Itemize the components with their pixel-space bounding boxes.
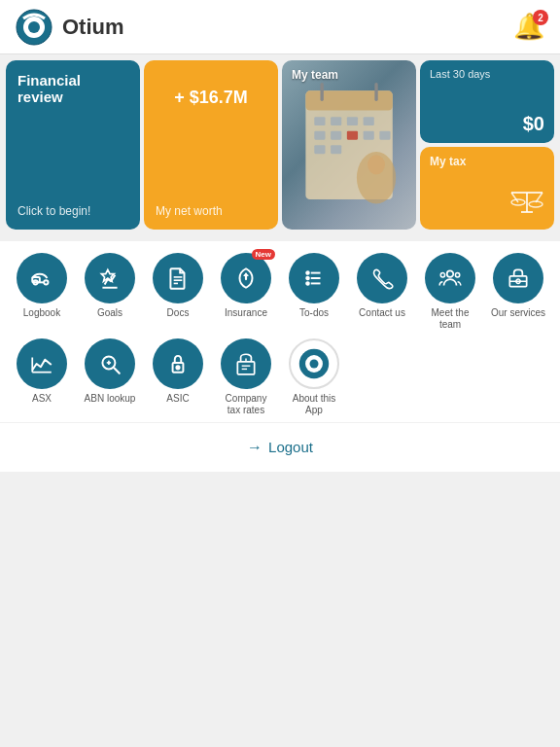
svg-rect-15 xyxy=(379,130,390,139)
logbook-icon-circle xyxy=(17,253,67,303)
asx-item[interactable]: ASX xyxy=(8,338,76,416)
svg-rect-4 xyxy=(305,90,392,110)
header-left: Otium xyxy=(16,9,124,46)
svg-point-41 xyxy=(440,272,444,276)
svg-point-37 xyxy=(306,271,309,274)
new-badge: New xyxy=(252,249,275,260)
goals-label: Goals xyxy=(97,307,122,319)
financial-review-subtitle: Click to begin! xyxy=(18,204,128,218)
svg-point-53 xyxy=(176,366,179,369)
svg-rect-16 xyxy=(314,145,325,154)
svg-rect-17 xyxy=(331,145,341,154)
app-title: Otium xyxy=(62,15,124,40)
svg-point-40 xyxy=(447,270,454,277)
cards-section: Financial review Click to begin! + $16.7… xyxy=(0,54,560,235)
abn-icon-circle xyxy=(85,338,135,389)
svg-point-2 xyxy=(28,21,40,33)
tax-scales-icon xyxy=(430,189,544,222)
logout-section: → Logout xyxy=(0,423,560,472)
svg-point-38 xyxy=(306,277,309,280)
net-worth-label: My net worth xyxy=(156,204,266,218)
asx-label: ASX xyxy=(32,393,52,405)
last-30-days-label: Last 30 days xyxy=(430,68,544,80)
company-tax-label: Company tax rates xyxy=(218,393,274,416)
abn-label: ABN lookup xyxy=(85,393,136,405)
insurance-icon-circle: New xyxy=(221,253,271,303)
todos-icon-circle xyxy=(289,253,339,303)
net-worth-amount: + $16.7M xyxy=(156,88,266,108)
team-label: My team xyxy=(292,68,338,82)
logbook-item[interactable]: Logbook xyxy=(8,253,76,331)
logout-label: Logout xyxy=(268,439,313,455)
svg-rect-11 xyxy=(314,130,325,139)
todos-label: To-dos xyxy=(299,307,329,319)
contact-label: Contact us xyxy=(359,307,405,319)
svg-rect-7 xyxy=(314,117,325,125)
logout-icon: → xyxy=(247,439,262,456)
financial-review-card[interactable]: Financial review Click to begin! xyxy=(6,60,140,230)
net-worth-card[interactable]: + $16.7M My net worth xyxy=(144,60,278,230)
todos-item[interactable]: To-dos xyxy=(280,253,348,331)
insurance-item[interactable]: New Insurance xyxy=(212,253,280,331)
insurance-label: Insurance xyxy=(225,307,267,319)
asic-icon-circle xyxy=(153,338,203,389)
svg-point-60 xyxy=(310,359,319,368)
contact-item[interactable]: Contact us xyxy=(348,253,416,331)
meet-team-label: Meet the team xyxy=(422,307,478,331)
docs-icon-circle xyxy=(153,253,203,303)
svg-point-29 xyxy=(44,280,48,284)
abn-item[interactable]: ABN lookup xyxy=(76,338,144,416)
otium-logo xyxy=(16,9,52,46)
contact-icon-circle xyxy=(357,253,407,303)
my-tax-label: My tax xyxy=(430,155,544,168)
about-app-label: About this App xyxy=(286,393,342,416)
team-image xyxy=(282,60,416,230)
docs-item[interactable]: Docs xyxy=(144,253,212,331)
svg-rect-8 xyxy=(331,117,341,125)
asic-item[interactable]: ASIC xyxy=(144,338,212,416)
services-item[interactable]: Our services xyxy=(484,253,552,331)
meet-team-icon-circle xyxy=(425,253,475,303)
icons-grid: Logbook Goals Docs New Insurance xyxy=(8,253,552,416)
logout-button[interactable]: → Logout xyxy=(247,439,313,456)
svg-rect-14 xyxy=(364,130,374,139)
docs-label: Docs xyxy=(167,307,190,319)
notification-badge: 2 xyxy=(533,10,548,25)
svg-rect-12 xyxy=(331,130,341,139)
asic-label: ASIC xyxy=(166,393,189,405)
svg-rect-10 xyxy=(364,117,374,125)
goals-item[interactable]: Goals xyxy=(76,253,144,331)
goals-icon-circle xyxy=(85,253,135,303)
svg-rect-9 xyxy=(347,117,358,125)
services-icon-circle xyxy=(493,253,543,303)
my-team-card[interactable]: My team xyxy=(282,60,416,230)
company-tax-icon-circle xyxy=(221,338,271,389)
logbook-label: Logbook xyxy=(23,307,60,319)
header: Otium 🔔 2 xyxy=(0,0,560,54)
svg-rect-13 xyxy=(347,130,358,139)
svg-point-39 xyxy=(306,282,309,285)
asx-icon-circle xyxy=(17,338,67,389)
company-tax-item[interactable]: Company tax rates xyxy=(212,338,280,416)
notification-button[interactable]: 🔔 2 xyxy=(513,12,544,42)
svg-point-19 xyxy=(368,155,385,174)
my-tax-card[interactable]: My tax xyxy=(420,147,554,230)
about-app-item[interactable]: About this App xyxy=(280,338,348,416)
svg-line-49 xyxy=(114,368,119,373)
last-30-days-card[interactable]: Last 30 days $0 xyxy=(420,60,554,143)
last-30-days-amount: $0 xyxy=(430,113,544,135)
services-label: Our services xyxy=(491,307,545,319)
about-app-icon-circle xyxy=(289,338,339,389)
icons-section: Logbook Goals Docs New Insurance xyxy=(0,241,560,422)
svg-point-42 xyxy=(455,272,459,276)
svg-rect-54 xyxy=(237,362,254,374)
meet-team-item[interactable]: Meet the team xyxy=(416,253,484,331)
financial-review-title: Financial review xyxy=(18,72,128,105)
